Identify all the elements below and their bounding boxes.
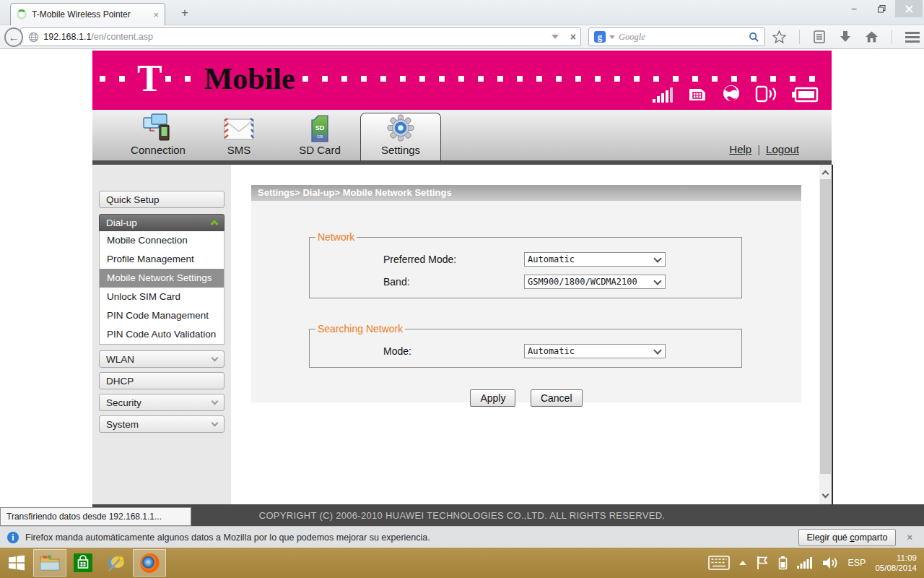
back-button[interactable]: ← — [4, 27, 23, 47]
restore-button[interactable] — [868, 0, 895, 17]
sidebar-item-pin-code-management[interactable]: PIN Code Management — [100, 306, 224, 325]
bookmark-star-icon[interactable] — [772, 30, 786, 43]
sidebar-group-dhcp[interactable]: DHCP — [99, 372, 225, 389]
show-hidden-icons[interactable] — [739, 561, 746, 565]
network-legend: Network — [315, 231, 357, 243]
info-icon: i — [7, 532, 19, 543]
taskbar-windows-store[interactable] — [66, 549, 100, 577]
url-text[interactable]: 192.168.1.1/en/content.asp — [43, 32, 547, 42]
new-tab-button[interactable]: + — [175, 6, 194, 20]
page-scrollbar[interactable] — [819, 165, 832, 504]
url-path: /en/content.asp — [91, 32, 152, 42]
sidebar-group-label: System — [106, 419, 139, 430]
minimize-button[interactable]: – — [840, 0, 868, 17]
sd-card-icon: SD GB — [310, 112, 330, 142]
taskbar-file-explorer[interactable] — [33, 549, 66, 577]
tab-title: T-Mobile Wireless Pointer — [32, 9, 148, 20]
sidebar-item-unlock-sim-card[interactable]: Unlock SIM Card — [100, 288, 224, 306]
stop-button[interactable]: × — [570, 31, 576, 43]
taskbar-clock[interactable]: 11:09 05/08/2014 — [875, 553, 917, 573]
battery-tray-icon[interactable] — [778, 556, 788, 570]
searching-network-legend: Searching Network — [315, 323, 405, 335]
site-globe-icon — [28, 32, 39, 43]
divider — [892, 30, 892, 44]
sidebar-group-wlan[interactable]: WLAN — [99, 350, 225, 368]
connection-icon — [142, 112, 174, 142]
sidebar-item-label: Quick Setup — [106, 194, 160, 205]
action-center-flag-icon[interactable] — [756, 556, 769, 570]
scrollbar-thumb[interactable] — [820, 179, 831, 474]
apply-button[interactable]: Apply — [470, 389, 515, 407]
home-icon[interactable] — [865, 30, 879, 43]
firefox-notification-bar: i Firefox manda automáticamente algunos … — [0, 526, 924, 548]
content-area: Quick Setup Dial-up Mobile Connection Pr… — [92, 165, 832, 504]
taskbar-utility-wizard[interactable] — [100, 549, 133, 577]
searching-mode-select[interactable]: Automatic — [524, 344, 666, 358]
page-viewport: T Mobile — [0, 49, 924, 526]
sidebar-item-mobile-connection[interactable]: Mobile Connection — [100, 231, 224, 250]
close-button[interactable] — [895, 0, 923, 17]
scroll-up-arrow[interactable] — [819, 166, 832, 178]
band-select[interactable]: GSM900/1800/WCDMA2100 — [524, 275, 666, 289]
sidebar-group-system[interactable]: System — [99, 415, 225, 433]
tab-sdcard[interactable]: SD GB SD Card — [279, 110, 360, 160]
notification-close-icon[interactable]: × — [907, 532, 912, 543]
start-button[interactable] — [0, 549, 33, 577]
network-signal-icon[interactable] — [797, 556, 813, 569]
url-dropdown-icon[interactable] — [552, 35, 559, 39]
sidebar-item-profile-management[interactable]: Profile Management — [100, 250, 224, 269]
device-signal-icon — [755, 85, 777, 103]
breadcrumb: Settings> Dial-up> Mobile Network Settin… — [251, 185, 801, 201]
help-link[interactable]: Help — [729, 143, 751, 155]
divider — [799, 30, 800, 44]
search-magnifier-icon[interactable] — [749, 32, 759, 43]
choose-share-button[interactable]: Elegir qué comparto — [798, 529, 897, 546]
address-bar[interactable]: 192.168.1.1/en/content.asp × — [20, 27, 581, 46]
screen: T-Mobile Wireless Pointer × + – ← 192.16… — [0, 0, 924, 578]
url-host: 192.168.1.1 — [43, 32, 91, 42]
windows-taskbar: ESP 11:09 05/08/2014 — [0, 548, 924, 578]
search-placeholder: Google — [619, 32, 745, 43]
bookmarks-menu-icon[interactable] — [813, 30, 826, 43]
tab-label: SD Card — [299, 144, 341, 156]
logout-link[interactable]: Logout — [766, 143, 799, 155]
chevron-up-icon — [210, 220, 218, 228]
downloads-icon[interactable] — [839, 30, 852, 43]
search-bar[interactable]: g Google — [588, 27, 765, 46]
sidebar-group-dialup[interactable]: Dial-up — [99, 214, 225, 231]
store-icon — [74, 553, 92, 572]
touch-keyboard-icon[interactable] — [708, 556, 730, 570]
language-indicator[interactable]: ESP — [847, 558, 866, 568]
tab-connection[interactable]: Connection — [118, 110, 199, 160]
sidebar-group-label: DHCP — [106, 376, 134, 387]
google-icon: g — [594, 31, 606, 43]
sidebar-item-pin-code-auto-validation[interactable]: PIN Code Auto Validation — [100, 325, 224, 344]
svg-text:SD: SD — [315, 124, 325, 131]
copyright-text: COPYRIGHT (C) 2006-2010 HUAWEI TECHNOLOG… — [92, 510, 832, 521]
browser-tab[interactable]: T-Mobile Wireless Pointer × — [10, 3, 165, 25]
browser-titlebar: T-Mobile Wireless Pointer × + – — [0, 0, 924, 25]
window-controls: – — [840, 0, 923, 17]
file-explorer-icon — [39, 553, 61, 572]
preferred-mode-select[interactable]: Automatic — [524, 252, 666, 267]
sidebar-item-mobile-network-settings[interactable]: Mobile Network Settings — [100, 269, 224, 288]
main-nav-tabs: Connection SMS — [92, 110, 832, 160]
taskbar-firefox[interactable] — [133, 549, 166, 577]
tmobile-banner: T Mobile — [92, 51, 832, 110]
scroll-down-arrow[interactable] — [819, 490, 832, 501]
loading-spinner-icon — [17, 9, 27, 20]
menu-hamburger-icon[interactable] — [905, 31, 920, 43]
clock-time: 11:09 — [875, 553, 917, 563]
cancel-button[interactable]: Cancel — [531, 389, 583, 407]
chevron-down-icon — [212, 398, 219, 405]
tab-close-icon[interactable]: × — [153, 9, 159, 20]
speaker-icon[interactable] — [822, 556, 838, 570]
search-engine-dropdown-icon[interactable] — [609, 35, 615, 39]
sidebar-item-quick-setup[interactable]: Quick Setup — [99, 191, 225, 208]
tab-sms[interactable]: SMS — [199, 110, 279, 160]
tab-settings[interactable]: Settings — [360, 113, 441, 160]
tab-label: Settings — [381, 144, 420, 156]
toolbar-icons — [772, 30, 920, 44]
sidebar-group-security[interactable]: Security — [99, 394, 225, 411]
frame-border — [832, 165, 833, 504]
